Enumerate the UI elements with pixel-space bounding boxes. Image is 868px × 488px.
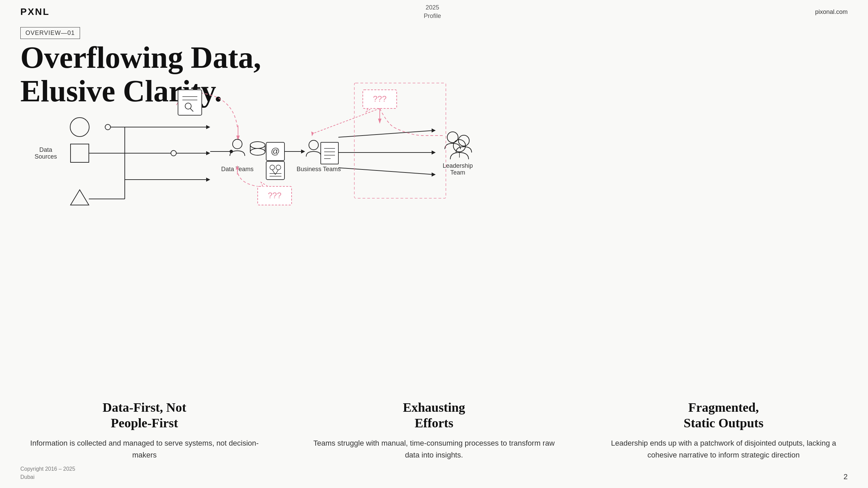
svg-marker-10 [206, 151, 210, 155]
svg-point-2 [70, 118, 89, 137]
overview-tag: OVERVIEW—01 [20, 27, 80, 39]
column-3: Fragmented, Static Outputs Leadership en… [599, 400, 848, 461]
svg-point-44 [230, 150, 233, 153]
svg-text:???: ??? [268, 191, 281, 200]
svg-rect-38 [321, 142, 338, 164]
svg-marker-13 [71, 190, 89, 205]
diagram-area: Data Sources [20, 78, 848, 220]
svg-rect-21 [178, 90, 202, 115]
svg-point-59 [458, 135, 469, 146]
svg-line-56 [338, 168, 434, 175]
col3-title: Fragmented, Static Outputs [599, 400, 848, 431]
header-subtitle: Profile [424, 12, 441, 20]
bottom-section: Data-First, Not People-First Information… [20, 400, 848, 461]
svg-text:Data: Data [39, 146, 53, 153]
svg-point-7 [171, 150, 176, 156]
col2-title: Exhausting Efforts [310, 400, 558, 431]
svg-rect-6 [71, 144, 89, 162]
svg-text:Leadership: Leadership [442, 162, 473, 169]
svg-point-26 [233, 139, 242, 149]
col1-text: Information is collected and managed to … [20, 437, 269, 461]
header: PXNL 2025 Profile pixonal.com [0, 0, 868, 24]
svg-point-30 [250, 148, 265, 155]
svg-point-58 [447, 132, 458, 143]
page-number: 2 [844, 472, 848, 481]
svg-marker-57 [432, 172, 436, 177]
col2-text: Teams struggle with manual, time-consumi… [310, 437, 558, 461]
col3-text: Leadership ends up with a patchwork of d… [599, 437, 848, 461]
svg-text:???: ??? [373, 94, 387, 103]
svg-marker-53 [432, 128, 436, 133]
svg-point-27 [250, 142, 265, 148]
copyright: Copyright 2016 – 2025 [20, 465, 75, 473]
svg-marker-55 [432, 150, 436, 155]
header-year: 2025 [424, 3, 441, 12]
svg-text:Team: Team [450, 169, 465, 176]
column-1: Data-First, Not People-First Information… [20, 400, 269, 461]
svg-marker-12 [206, 125, 210, 129]
svg-point-3 [105, 124, 111, 130]
svg-rect-45 [266, 161, 284, 180]
svg-marker-18 [206, 178, 210, 182]
footer: Copyright 2016 – 2025 Dubai [20, 465, 75, 481]
svg-line-52 [338, 130, 434, 137]
svg-point-37 [309, 140, 318, 150]
diagram-svg: Data Sources [20, 78, 848, 220]
svg-text:@: @ [271, 146, 280, 156]
svg-marker-69 [378, 119, 381, 124]
svg-line-75 [312, 108, 380, 134]
svg-marker-76 [311, 131, 314, 136]
title-line1: Overflowing Data, [20, 41, 261, 74]
svg-text:Business Teams: Business Teams [297, 166, 341, 172]
svg-text:Sources: Sources [35, 153, 57, 160]
header-center: 2025 Profile [424, 3, 441, 20]
location: Dubai [20, 473, 75, 481]
logo: PXNL [20, 6, 50, 17]
header-link[interactable]: pixonal.com [815, 8, 848, 16]
col1-title: Data-First, Not People-First [20, 400, 269, 431]
svg-marker-36 [301, 149, 305, 154]
column-2: Exhausting Efforts Teams struggle with m… [310, 400, 558, 461]
